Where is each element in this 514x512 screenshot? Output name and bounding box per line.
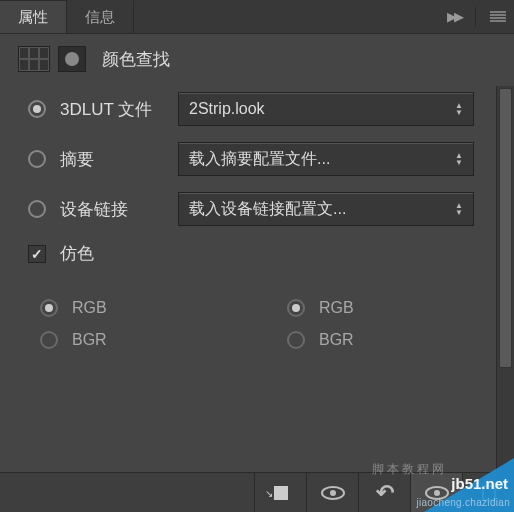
panel-content: 3DLUT 文件 2Strip.look ▲▼ 摘要 载入摘要配置文件... ▲… bbox=[0, 86, 496, 472]
scrollbar[interactable] bbox=[496, 86, 514, 472]
label-source-rgb: RGB bbox=[72, 299, 107, 317]
eye-icon bbox=[425, 486, 449, 500]
label-abstract: 摘要 bbox=[60, 148, 178, 171]
checkbox-dither[interactable] bbox=[28, 245, 46, 263]
clip-to-layer-button[interactable]: ↘ bbox=[254, 473, 306, 513]
chevron-updown-icon: ▲▼ bbox=[455, 152, 463, 166]
chevron-updown-icon: ▲▼ bbox=[455, 202, 463, 216]
row-devicelink: 设备链接 载入设备链接配置文... ▲▼ bbox=[28, 192, 474, 226]
label-dest-bgr: BGR bbox=[319, 331, 354, 349]
radio-devicelink[interactable] bbox=[28, 200, 46, 218]
select-devicelink[interactable]: 载入设备链接配置文... ▲▼ bbox=[178, 192, 474, 226]
select-3dlut-value: 2Strip.look bbox=[189, 100, 265, 118]
select-abstract-value: 载入摘要配置文件... bbox=[189, 149, 330, 170]
toggle-visibility-button[interactable] bbox=[410, 473, 462, 513]
trash-icon bbox=[482, 485, 496, 501]
panel-divider bbox=[475, 7, 476, 27]
undo-icon: ↶ bbox=[376, 480, 394, 506]
panel-footer: ↘ ↶ bbox=[0, 472, 514, 512]
row-abstract: 摘要 载入摘要配置文件... ▲▼ bbox=[28, 142, 474, 176]
select-3dlut[interactable]: 2Strip.look ▲▼ bbox=[178, 92, 474, 126]
select-abstract[interactable]: 载入摘要配置文件... ▲▼ bbox=[178, 142, 474, 176]
view-previous-button[interactable] bbox=[306, 473, 358, 513]
panel-menu-icon[interactable] bbox=[490, 11, 506, 23]
tab-info[interactable]: 信息 bbox=[67, 1, 134, 33]
tab-properties[interactable]: 属性 bbox=[0, 0, 67, 33]
data-order-grid: RGB RGB BGR BGR bbox=[28, 299, 474, 349]
row-3dlut: 3DLUT 文件 2Strip.look ▲▼ bbox=[28, 92, 474, 126]
delete-button[interactable] bbox=[462, 473, 514, 513]
tab-bar: 属性 信息 ▶▶ bbox=[0, 0, 514, 34]
reset-button[interactable]: ↶ bbox=[358, 473, 410, 513]
properties-panel: 属性 信息 ▶▶ 颜色查找 3DLUT 文件 2Strip.look ▲▼ bbox=[0, 0, 514, 512]
radio-dest-bgr[interactable] bbox=[287, 331, 305, 349]
radio-dest-rgb[interactable] bbox=[287, 299, 305, 317]
label-dest-rgb: RGB bbox=[319, 299, 354, 317]
label-dither: 仿色 bbox=[60, 242, 94, 265]
select-devicelink-value: 载入设备链接配置文... bbox=[189, 199, 346, 220]
row-dither: 仿色 bbox=[28, 242, 474, 265]
adjustment-layer-icon[interactable] bbox=[58, 46, 86, 72]
eye-icon bbox=[321, 486, 345, 500]
collapse-arrows-icon[interactable]: ▶▶ bbox=[447, 9, 461, 24]
label-devicelink: 设备链接 bbox=[60, 198, 178, 221]
radio-source-bgr[interactable] bbox=[40, 331, 58, 349]
grid-icon[interactable] bbox=[18, 46, 50, 72]
radio-3dlut[interactable] bbox=[28, 100, 46, 118]
panel-header: 颜色查找 bbox=[0, 34, 514, 86]
panel-title: 颜色查找 bbox=[102, 48, 170, 71]
label-3dlut: 3DLUT 文件 bbox=[60, 98, 178, 121]
radio-abstract[interactable] bbox=[28, 150, 46, 168]
radio-source-rgb[interactable] bbox=[40, 299, 58, 317]
label-source-bgr: BGR bbox=[72, 331, 107, 349]
scrollbar-thumb[interactable] bbox=[499, 88, 512, 368]
chevron-updown-icon: ▲▼ bbox=[455, 102, 463, 116]
